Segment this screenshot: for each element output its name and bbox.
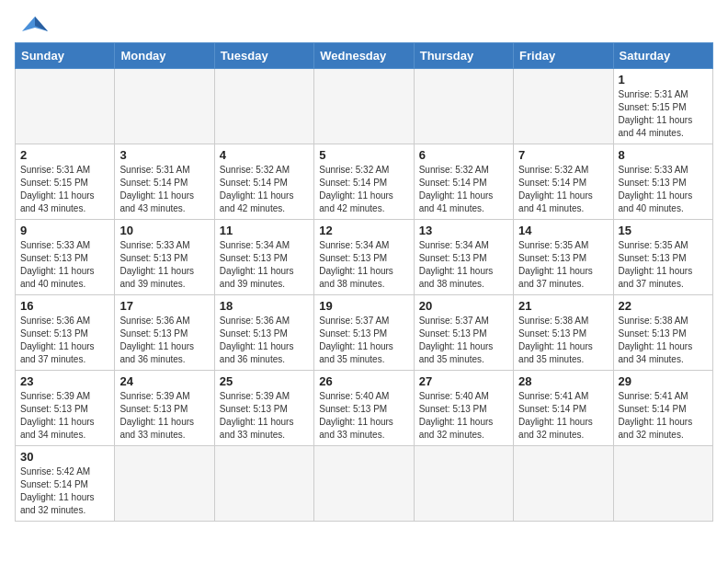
calendar-cell (214, 446, 313, 522)
calendar-cell (514, 69, 613, 144)
calendar-cell: 16Sunrise: 5:36 AMSunset: 5:13 PMDayligh… (16, 295, 115, 371)
calendar-header: SundayMondayTuesdayWednesdayThursdayFrid… (16, 43, 713, 69)
calendar-cell: 2Sunrise: 5:31 AMSunset: 5:15 PMDaylight… (16, 144, 115, 220)
calendar-cell: 23Sunrise: 5:39 AMSunset: 5:13 PMDayligh… (16, 371, 115, 446)
calendar-cell: 14Sunrise: 5:35 AMSunset: 5:13 PMDayligh… (514, 220, 613, 295)
day-number: 20 (419, 299, 508, 313)
calendar-cell: 9Sunrise: 5:33 AMSunset: 5:13 PMDaylight… (16, 220, 115, 295)
calendar-week-2: 9Sunrise: 5:33 AMSunset: 5:13 PMDaylight… (16, 220, 713, 295)
day-number: 5 (319, 148, 408, 162)
day-info: Sunrise: 5:41 AMSunset: 5:14 PMDaylight:… (619, 390, 708, 442)
day-number: 30 (20, 450, 109, 464)
day-number: 4 (220, 148, 309, 162)
day-number: 9 (20, 224, 109, 237)
page-header (15, 15, 713, 35)
day-number: 3 (119, 148, 209, 162)
day-info: Sunrise: 5:32 AMSunset: 5:14 PMDaylight:… (319, 164, 408, 215)
calendar-cell (314, 446, 414, 522)
calendar-cell: 25Sunrise: 5:39 AMSunset: 5:13 PMDayligh… (214, 371, 313, 446)
calendar-cell: 5Sunrise: 5:32 AMSunset: 5:14 PMDaylight… (314, 144, 414, 220)
calendar-cell: 20Sunrise: 5:37 AMSunset: 5:13 PMDayligh… (414, 295, 513, 371)
calendar-cell: 4Sunrise: 5:32 AMSunset: 5:14 PMDaylight… (214, 144, 313, 220)
weekday-header-sunday: Sunday (16, 43, 115, 69)
day-info: Sunrise: 5:31 AMSunset: 5:15 PMDaylight:… (619, 88, 708, 140)
day-number: 24 (119, 374, 209, 388)
calendar-cell: 27Sunrise: 5:40 AMSunset: 5:13 PMDayligh… (414, 371, 513, 446)
calendar-cell: 29Sunrise: 5:41 AMSunset: 5:14 PMDayligh… (613, 371, 712, 446)
calendar-cell (16, 69, 115, 144)
weekday-header-tuesday: Tuesday (214, 43, 313, 69)
calendar-cell (214, 69, 313, 144)
day-number: 22 (619, 299, 708, 313)
calendar-cell: 30Sunrise: 5:42 AMSunset: 5:14 PMDayligh… (16, 446, 115, 522)
day-number: 26 (319, 374, 408, 388)
calendar-cell: 13Sunrise: 5:34 AMSunset: 5:13 PMDayligh… (414, 220, 513, 295)
calendar-week-3: 16Sunrise: 5:36 AMSunset: 5:13 PMDayligh… (16, 295, 713, 371)
calendar-week-4: 23Sunrise: 5:39 AMSunset: 5:13 PMDayligh… (16, 371, 713, 446)
day-number: 29 (619, 374, 708, 388)
calendar-cell: 1Sunrise: 5:31 AMSunset: 5:15 PMDaylight… (613, 69, 712, 144)
calendar-cell: 7Sunrise: 5:32 AMSunset: 5:14 PMDaylight… (514, 144, 613, 220)
day-info: Sunrise: 5:32 AMSunset: 5:14 PMDaylight:… (419, 164, 508, 215)
day-info: Sunrise: 5:35 AMSunset: 5:13 PMDaylight:… (518, 239, 608, 291)
calendar-cell: 15Sunrise: 5:35 AMSunset: 5:13 PMDayligh… (613, 220, 712, 295)
day-number: 18 (220, 299, 309, 313)
calendar-cell: 3Sunrise: 5:31 AMSunset: 5:14 PMDaylight… (115, 144, 214, 220)
calendar-cell: 18Sunrise: 5:36 AMSunset: 5:13 PMDayligh… (214, 295, 313, 371)
calendar-cell: 10Sunrise: 5:33 AMSunset: 5:13 PMDayligh… (115, 220, 214, 295)
day-number: 7 (518, 148, 608, 162)
day-number: 12 (319, 224, 408, 237)
day-info: Sunrise: 5:33 AMSunset: 5:13 PMDaylight:… (119, 239, 209, 291)
day-info: Sunrise: 5:36 AMSunset: 5:13 PMDaylight:… (220, 315, 309, 366)
calendar-body: 1Sunrise: 5:31 AMSunset: 5:15 PMDaylight… (16, 69, 713, 522)
calendar-cell (514, 446, 613, 522)
logo (15, 15, 48, 35)
day-number: 21 (518, 299, 608, 313)
day-info: Sunrise: 5:40 AMSunset: 5:13 PMDaylight:… (319, 390, 408, 442)
day-number: 15 (619, 224, 708, 237)
day-number: 23 (20, 374, 109, 388)
calendar-cell (613, 446, 712, 522)
day-info: Sunrise: 5:34 AMSunset: 5:13 PMDaylight:… (419, 239, 508, 291)
day-info: Sunrise: 5:39 AMSunset: 5:13 PMDaylight:… (119, 390, 209, 442)
day-info: Sunrise: 5:38 AMSunset: 5:13 PMDaylight:… (518, 315, 608, 366)
weekday-header-saturday: Saturday (613, 43, 712, 69)
day-info: Sunrise: 5:34 AMSunset: 5:13 PMDaylight:… (220, 239, 309, 291)
calendar-cell: 19Sunrise: 5:37 AMSunset: 5:13 PMDayligh… (314, 295, 414, 371)
day-info: Sunrise: 5:34 AMSunset: 5:13 PMDaylight:… (319, 239, 408, 291)
day-number: 25 (220, 374, 309, 388)
calendar-cell: 26Sunrise: 5:40 AMSunset: 5:13 PMDayligh… (314, 371, 414, 446)
weekday-header-wednesday: Wednesday (314, 43, 414, 69)
weekday-row: SundayMondayTuesdayWednesdayThursdayFrid… (16, 43, 713, 69)
weekday-header-thursday: Thursday (414, 43, 513, 69)
logo-bird-icon (22, 15, 48, 35)
day-info: Sunrise: 5:42 AMSunset: 5:14 PMDaylight:… (20, 465, 109, 517)
day-info: Sunrise: 5:39 AMSunset: 5:13 PMDaylight:… (20, 390, 109, 442)
day-number: 19 (319, 299, 408, 313)
day-info: Sunrise: 5:38 AMSunset: 5:13 PMDaylight:… (619, 315, 708, 366)
day-info: Sunrise: 5:36 AMSunset: 5:13 PMDaylight:… (20, 315, 109, 366)
day-number: 28 (518, 374, 608, 388)
day-number: 1 (619, 73, 708, 86)
day-number: 2 (20, 148, 109, 162)
calendar-cell: 8Sunrise: 5:33 AMSunset: 5:13 PMDaylight… (613, 144, 712, 220)
calendar-cell (115, 446, 214, 522)
day-number: 8 (619, 148, 708, 162)
day-info: Sunrise: 5:31 AMSunset: 5:14 PMDaylight:… (119, 164, 209, 215)
day-number: 14 (518, 224, 608, 237)
day-info: Sunrise: 5:33 AMSunset: 5:13 PMDaylight:… (619, 164, 708, 215)
weekday-header-friday: Friday (514, 43, 613, 69)
day-info: Sunrise: 5:37 AMSunset: 5:13 PMDaylight:… (419, 315, 508, 366)
day-number: 17 (119, 299, 209, 313)
calendar-cell (414, 69, 513, 144)
day-number: 27 (419, 374, 508, 388)
calendar-cell: 11Sunrise: 5:34 AMSunset: 5:13 PMDayligh… (214, 220, 313, 295)
day-info: Sunrise: 5:35 AMSunset: 5:13 PMDaylight:… (619, 239, 708, 291)
calendar-cell (414, 446, 513, 522)
day-number: 16 (20, 299, 109, 313)
calendar-cell (115, 69, 214, 144)
day-info: Sunrise: 5:32 AMSunset: 5:14 PMDaylight:… (518, 164, 608, 215)
calendar-week-0: 1Sunrise: 5:31 AMSunset: 5:15 PMDaylight… (16, 69, 713, 144)
calendar-cell: 24Sunrise: 5:39 AMSunset: 5:13 PMDayligh… (115, 371, 214, 446)
day-number: 13 (419, 224, 508, 237)
